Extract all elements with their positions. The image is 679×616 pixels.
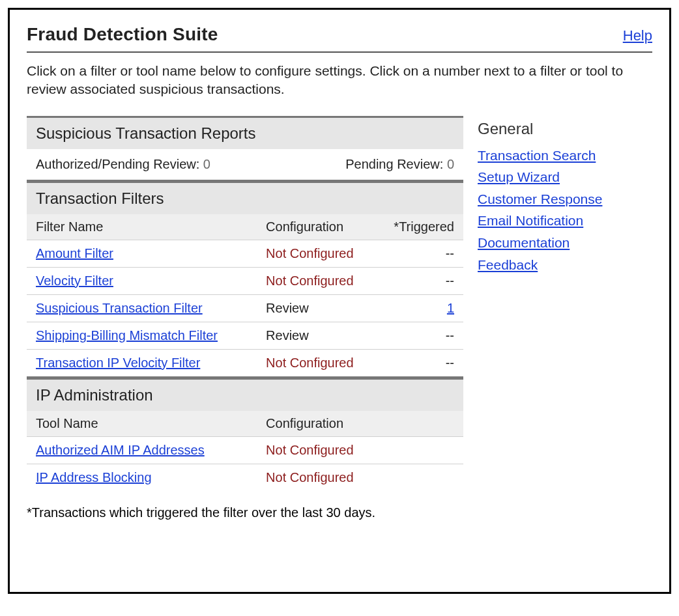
filter-triggered: -- (392, 273, 454, 288)
filter-row: Suspicious Transaction Filter Review 1 (27, 294, 463, 322)
page-frame: Fraud Detection Suite Help Click on a fi… (8, 8, 671, 594)
auth-pending-review: Authorized/Pending Review: 0 (36, 157, 210, 172)
filter-name-link[interactable]: Velocity Filter (36, 273, 113, 288)
footnote: *Transactions which triggered the filter… (27, 505, 463, 520)
sidebar-link-documentation[interactable]: Documentation (478, 232, 652, 254)
sidebar-links: Transaction Search Setup Wizard Customer… (478, 145, 652, 276)
iptool-config: Not Configured (266, 443, 392, 458)
ipadmin-col-config: Configuration (266, 416, 392, 431)
pending-label: Pending Review: (345, 157, 443, 171)
sidebar-link-customer-response[interactable]: Customer Response (478, 188, 652, 210)
filters-header-row: Filter Name Configuration *Triggered (27, 214, 463, 240)
header-row: Fraud Detection Suite Help (27, 24, 652, 45)
auth-pending-label: Authorized/Pending Review: (36, 157, 199, 171)
filter-row: Transaction IP Velocity Filter Not Confi… (27, 349, 463, 378)
filter-config: Review (266, 328, 392, 343)
page-title: Fraud Detection Suite (27, 24, 218, 45)
sidebar-link-feedback[interactable]: Feedback (478, 254, 652, 276)
filter-row: Velocity Filter Not Configured -- (27, 267, 463, 294)
filter-name-link[interactable]: Transaction IP Velocity Filter (36, 356, 200, 370)
ipadmin-header-row: Tool Name Configuration (27, 411, 463, 436)
filters-col-config: Configuration (266, 219, 392, 234)
sidebar-link-setup-wizard[interactable]: Setup Wizard (478, 166, 652, 188)
filter-config: Review (266, 301, 392, 316)
iptool-row: Authorized AIM IP Addresses Not Configur… (27, 436, 463, 464)
sidebar-link-transaction-search[interactable]: Transaction Search (478, 145, 652, 167)
help-link[interactable]: Help (623, 27, 652, 44)
filter-triggered: -- (392, 356, 454, 371)
filter-name-link[interactable]: Shipping-Billing Mismatch Filter (36, 328, 218, 343)
sidebar-link-email-notification[interactable]: Email Notification (478, 210, 652, 232)
ipadmin-section-head: IP Administration (27, 378, 463, 411)
reports-summary-row: Authorized/Pending Review: 0 Pending Rev… (27, 149, 463, 181)
filter-triggered: -- (392, 246, 454, 261)
filter-name-link[interactable]: Amount Filter (36, 246, 113, 260)
iptool-row: IP Address Blocking Not Configured (27, 464, 463, 491)
main-column: Suspicious Transaction Reports Authorize… (27, 116, 463, 520)
filter-triggered-link[interactable]: 1 (447, 301, 454, 315)
reports-section-head: Suspicious Transaction Reports (27, 116, 463, 149)
filter-config: Not Configured (266, 356, 392, 371)
pending-value[interactable]: 0 (447, 157, 454, 171)
filter-row: Amount Filter Not Configured -- (27, 240, 463, 267)
iptool-config: Not Configured (266, 470, 392, 485)
intro-text: Click on a filter or tool name below to … (27, 62, 652, 99)
filter-config: Not Configured (266, 246, 392, 261)
auth-pending-value[interactable]: 0 (203, 157, 210, 171)
filter-config: Not Configured (266, 273, 392, 288)
filters-col-name: Filter Name (36, 219, 266, 234)
filters-col-trig: *Triggered (392, 219, 454, 234)
ipadmin-col-spacer (392, 416, 454, 431)
iptool-name-link[interactable]: IP Address Blocking (36, 470, 152, 484)
title-divider (27, 51, 652, 53)
pending-review: Pending Review: 0 (345, 157, 454, 172)
iptool-name-link[interactable]: Authorized AIM IP Addresses (36, 443, 205, 457)
filters-section-head: Transaction Filters (27, 181, 463, 214)
filter-triggered: -- (392, 328, 454, 343)
sidebar: General Transaction Search Setup Wizard … (478, 116, 652, 520)
filter-name-link[interactable]: Suspicious Transaction Filter (36, 301, 203, 315)
sidebar-heading: General (478, 120, 652, 138)
filter-row: Shipping-Billing Mismatch Filter Review … (27, 322, 463, 349)
main-layout: Suspicious Transaction Reports Authorize… (27, 116, 652, 520)
ipadmin-col-name: Tool Name (36, 416, 266, 431)
